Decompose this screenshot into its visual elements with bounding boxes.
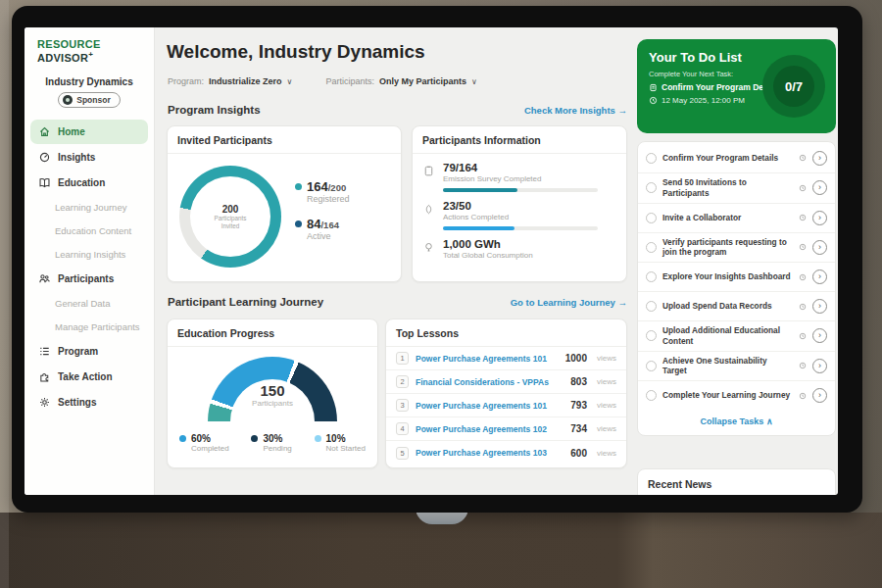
task-checkbox[interactable] bbox=[646, 330, 657, 341]
app-logo: RESOURCE ADVISOR+ bbox=[24, 27, 154, 64]
list-icon bbox=[38, 345, 51, 358]
program-dropdown[interactable]: Program:Industrialize Zero∨ bbox=[168, 76, 292, 86]
sidebar-item-label: Program bbox=[58, 346, 98, 357]
task-row[interactable]: Upload Additional Educational Content › bbox=[638, 320, 835, 351]
task-open-button[interactable]: › bbox=[812, 299, 827, 314]
task-row[interactable]: Achieve One Sustainability Target › bbox=[638, 351, 835, 381]
task-checkbox[interactable] bbox=[646, 153, 657, 164]
window-light-strip bbox=[0, 0, 9, 588]
task-open-button[interactable]: › bbox=[812, 151, 827, 166]
task-row[interactable]: Verify participants requesting to join t… bbox=[638, 232, 835, 263]
lesson-row: 2 Financial Considerations - VPPAs 803vi… bbox=[386, 370, 626, 394]
book-icon bbox=[38, 176, 51, 189]
task-open-button[interactable]: › bbox=[812, 359, 827, 373]
sidebar-item-insights[interactable]: Insights bbox=[30, 145, 148, 170]
gauge-center-label: Participants bbox=[168, 399, 377, 408]
chevron-up-icon: ∧ bbox=[766, 416, 773, 426]
clock-icon bbox=[649, 96, 658, 105]
sidebar-item-label: Manage Participants bbox=[55, 321, 140, 332]
participants-label: Participants: bbox=[325, 76, 374, 86]
task-open-button[interactable]: › bbox=[812, 240, 827, 255]
page-title: Welcome, Industry Dynamics bbox=[167, 41, 425, 63]
chevron-down-icon: ∨ bbox=[287, 77, 293, 86]
task-checkbox[interactable] bbox=[646, 182, 657, 193]
lesson-link[interactable]: Power Purchase Agreements 101 bbox=[416, 354, 559, 364]
lesson-link[interactable]: Power Purchase Agreements 103 bbox=[416, 448, 564, 458]
stat-emission-survey: 79/164 Emission Survey Completed bbox=[413, 154, 626, 192]
clock-icon bbox=[799, 392, 807, 400]
task-row[interactable]: Complete Your Learning Journey › bbox=[638, 380, 835, 410]
lesson-link[interactable]: Power Purchase Agreements 102 bbox=[416, 424, 564, 434]
arrow-right-icon: → bbox=[618, 105, 628, 116]
lesson-views: 793 bbox=[570, 400, 587, 411]
task-checkbox[interactable] bbox=[646, 390, 657, 401]
donut-center-label: Participants Invited bbox=[215, 215, 247, 230]
sponsor-icon bbox=[63, 95, 73, 105]
lesson-row: 4 Power Purchase Agreements 102 734views bbox=[386, 417, 626, 441]
sidebar-item-home[interactable]: Home bbox=[30, 120, 148, 144]
task-open-button[interactable]: › bbox=[812, 180, 827, 195]
sidebar-item-manage-participants[interactable]: Manage Participants bbox=[30, 316, 148, 338]
filter-bar: Program:Industrialize Zero∨ Participants… bbox=[168, 76, 477, 86]
task-open-button[interactable]: › bbox=[812, 211, 827, 225]
task-row[interactable]: Confirm Your Program Details › bbox=[638, 143, 835, 172]
check-more-insights-link[interactable]: Check More Insights → bbox=[524, 105, 627, 116]
sponsor-badge-label: Sponsor bbox=[76, 95, 110, 105]
sidebar-item-settings[interactable]: Settings bbox=[30, 390, 148, 415]
lesson-row: 1 Power Purchase Agreements 101 1000view… bbox=[386, 347, 626, 370]
clock-icon bbox=[799, 214, 807, 221]
sidebar-item-label: Education Content bbox=[55, 225, 131, 236]
card-title: Invited Participants bbox=[168, 126, 401, 154]
clock-icon bbox=[799, 332, 807, 340]
task-row[interactable]: Upload Spend Data Records › bbox=[638, 291, 835, 320]
chevron-down-icon: ∨ bbox=[471, 77, 477, 86]
bulb-icon bbox=[422, 241, 435, 254]
task-checkbox[interactable] bbox=[646, 271, 657, 282]
task-row[interactable]: Explore Your Insights Dashboard › bbox=[638, 262, 835, 291]
lesson-rank: 3 bbox=[396, 399, 409, 412]
sidebar-item-learning-insights[interactable]: Learning Insights bbox=[30, 243, 148, 266]
clock-icon bbox=[799, 273, 807, 281]
lesson-rank: 4 bbox=[396, 422, 409, 435]
sidebar-item-general-data[interactable]: General Data bbox=[30, 292, 148, 315]
sidebar-item-education-content[interactable]: Education Content bbox=[30, 220, 148, 242]
task-checkbox[interactable] bbox=[646, 301, 657, 312]
legend-item-pending: 30%Pending bbox=[251, 433, 291, 453]
sidebar-item-program[interactable]: Program bbox=[30, 339, 148, 364]
sidebar: RESOURCE ADVISOR+ Industry Dynamics Spon… bbox=[24, 27, 155, 495]
go-to-learning-journey-link[interactable]: Go to Learning Journey → bbox=[511, 297, 627, 308]
task-open-button[interactable]: › bbox=[812, 388, 827, 403]
task-open-button[interactable]: › bbox=[812, 328, 827, 343]
sidebar-item-label: Settings bbox=[58, 397, 96, 408]
recent-news-card: Recent News bbox=[637, 468, 836, 495]
organization-name: Industry Dynamics bbox=[24, 76, 154, 87]
lesson-row: 3 Power Purchase Agreements 101 793views bbox=[386, 394, 626, 417]
task-checkbox[interactable] bbox=[646, 213, 657, 223]
task-checkbox[interactable] bbox=[646, 361, 657, 371]
lesson-link[interactable]: Financial Considerations - VPPAs bbox=[416, 377, 564, 387]
legend-dot bbox=[315, 435, 321, 442]
sidebar-item-learning-journey[interactable]: Learning Journey bbox=[30, 196, 148, 219]
sponsor-badge: Sponsor bbox=[58, 92, 120, 108]
sidebar-item-education[interactable]: Education bbox=[30, 171, 148, 195]
clock-icon bbox=[799, 362, 807, 369]
task-row[interactable]: Invite a Collaborator › bbox=[638, 203, 835, 232]
todo-progress-value: 0/7 bbox=[785, 79, 803, 94]
card-title: Education Progress bbox=[168, 319, 377, 347]
participants-dropdown[interactable]: Participants:Only My Participants∨ bbox=[325, 76, 476, 86]
donut-center-value: 200 bbox=[222, 204, 239, 215]
gauge-legend: 60%Completed 30%Pending 10%Not Started bbox=[168, 421, 377, 453]
sidebar-item-take-action[interactable]: Take Action bbox=[30, 365, 148, 389]
program-insights-header: Program Insights Check More Insights → bbox=[168, 104, 627, 116]
education-progress-gauge-chart: 150 Participants bbox=[168, 357, 377, 421]
insights-icon bbox=[38, 151, 51, 164]
task-checkbox[interactable] bbox=[646, 242, 657, 253]
task-open-button[interactable]: › bbox=[812, 270, 827, 284]
collapse-tasks-link[interactable]: Collapse Tasks ∧ bbox=[638, 410, 835, 434]
sidebar-item-participants[interactable]: Participants bbox=[30, 267, 148, 291]
lesson-link[interactable]: Power Purchase Agreements 101 bbox=[416, 401, 564, 411]
clock-icon bbox=[799, 154, 807, 162]
legend-dot bbox=[179, 435, 186, 442]
lesson-views: 734 bbox=[570, 423, 587, 434]
task-row[interactable]: Send 50 Invitations to Participants › bbox=[638, 172, 835, 203]
